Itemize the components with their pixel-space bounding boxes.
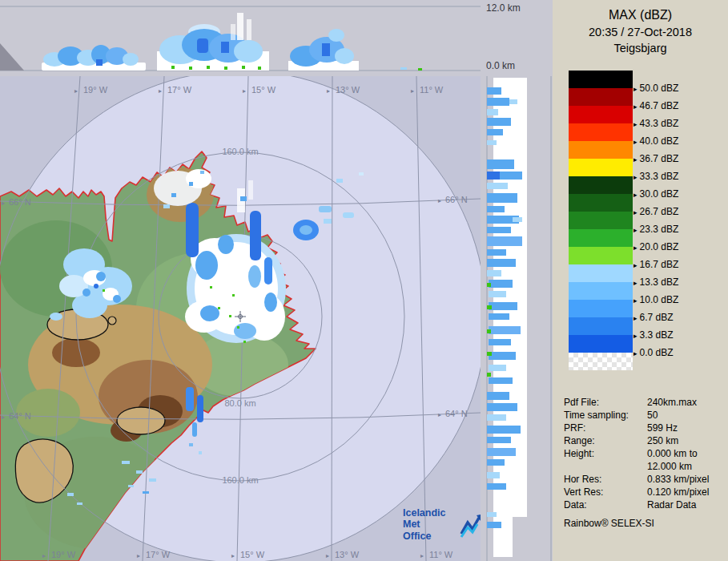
radar-map-canvas[interactable]: ▸ 19° W ▸ 17° W ▸ 15° W ▸ 13° W ▸ 11° W … <box>0 76 481 561</box>
legend-color-band <box>569 300 633 317</box>
info-value: 240km.max <box>647 396 697 409</box>
legend-tick-label: ▸0.0 dBZ <box>633 347 674 358</box>
tick-arrow-icon: ▸ <box>74 87 78 95</box>
legend-tick-label: ▸50.0 dBZ <box>633 83 678 94</box>
lon-label-bottom: 15° W <box>240 550 265 559</box>
legend-color-band <box>569 282 633 300</box>
tick-arrow-icon: ▸ <box>633 173 638 181</box>
product-title: MAX (dBZ) <box>553 6 728 24</box>
legend-color-band <box>569 212 633 229</box>
legend-tick-label: ▸23.3 dBZ <box>633 224 678 235</box>
legend-tick-label: ▸10.0 dBZ <box>633 294 678 305</box>
tick-arrow-icon: ▸ <box>137 552 140 559</box>
info-row: Time sampling:50 <box>564 409 728 422</box>
range-ring-label: 80.0 km <box>224 398 255 408</box>
tick-arrow-icon: ▸ <box>42 552 46 559</box>
info-value: 0.833 km/pixel <box>647 473 709 486</box>
legend-color-band <box>569 106 633 123</box>
lat-label-left: 64° N <box>9 411 31 421</box>
lat-label-right: 66° N <box>445 195 468 204</box>
legend-tick-label: ▸40.0 dBZ <box>633 135 678 147</box>
vertical-profile-north-south <box>481 76 553 561</box>
vertical-profile-east-west <box>0 0 481 76</box>
imo-logo-text: Icelandic Met Office <box>403 507 455 542</box>
top-profile-canvas <box>0 0 481 76</box>
info-label: Range: <box>564 434 647 447</box>
legend-tick-label: ▸46.7 dBZ <box>633 100 678 111</box>
legend-tick-label: ▸36.7 dBZ <box>633 153 678 164</box>
legend-tick-label: ▸6.7 dBZ <box>633 312 674 323</box>
tick-arrow-icon: ▸ <box>231 552 235 559</box>
datetime-label: 20:35 / 27-Oct-2018 <box>553 24 728 40</box>
legend-color-band <box>569 141 633 159</box>
info-label: Hor Res: <box>564 473 647 486</box>
imo-logo: Icelandic Met Office <box>403 507 481 542</box>
legend-color-band <box>569 71 633 88</box>
tick-arrow-icon: ▸ <box>438 411 441 418</box>
tick-arrow-icon: ▸ <box>633 279 638 287</box>
legend-color-band <box>569 247 633 264</box>
range-ring-label: 160.0 km <box>222 475 258 485</box>
scan-info-block: Pdf File:240km.maxTime sampling:50PRF:59… <box>564 396 728 511</box>
legend-tick-label: ▸43.3 dBZ <box>633 118 678 129</box>
info-row: Height:0.000 km to 12.000 km <box>564 447 728 473</box>
info-row: Hor Res:0.833 km/pixel <box>564 473 728 486</box>
range-ring-label: 160.0 km <box>222 147 258 156</box>
legend-tick-label: ▸16.7 dBZ <box>633 259 678 270</box>
legend-color-band <box>569 229 633 247</box>
lat-label-right: 64° N <box>445 409 468 418</box>
tick-arrow-icon: ▸ <box>633 103 638 111</box>
radar-map-view[interactable]: ▸ 19° W ▸ 17° W ▸ 15° W ▸ 13° W ▸ 11° W … <box>0 76 481 561</box>
info-panel: MAX (dBZ) 20:35 / 27-Oct-2018 Teigsbjarg… <box>553 0 728 561</box>
profile-axis-corner: 12.0 km 0.0 km <box>481 0 553 76</box>
tick-arrow-icon: ▸ <box>2 414 5 421</box>
legend-color-band <box>569 159 633 176</box>
legend-color-band <box>569 264 633 282</box>
tick-arrow-icon: ▸ <box>633 332 638 340</box>
info-row: Pdf File:240km.max <box>564 396 728 409</box>
legend-below-scale-band <box>569 353 633 370</box>
tick-arrow-icon: ▸ <box>420 552 424 559</box>
info-row: PRF:599 Hz <box>564 422 728 434</box>
profile-max-height-label: 12.0 km <box>486 2 521 14</box>
info-value: 250 km <box>647 434 678 447</box>
lon-label-bottom: 13° W <box>335 550 360 559</box>
legend-tick-label: ▸33.3 dBZ <box>633 171 678 182</box>
lon-label-top: 17° W <box>167 85 192 95</box>
legend-color-band <box>569 176 633 194</box>
tick-arrow-icon: ▸ <box>633 297 638 305</box>
legend-color-band <box>569 335 633 353</box>
info-label: Pdf File: <box>564 396 647 409</box>
info-row: Data:Radar Data <box>564 498 728 511</box>
tick-arrow-icon: ▸ <box>327 87 330 95</box>
software-brand: Rainbow® SELEX-SI <box>564 518 728 529</box>
tick-arrow-icon: ▸ <box>633 349 638 357</box>
tick-arrow-icon: ▸ <box>633 244 638 252</box>
info-value: 0.120 km/pixel <box>647 486 709 498</box>
profile-min-height-label: 0.0 km <box>486 60 515 71</box>
info-value: Radar Data <box>647 498 696 511</box>
legend-color-band <box>569 194 633 212</box>
tick-arrow-icon: ▸ <box>438 197 441 204</box>
tick-arrow-icon: ▸ <box>411 87 414 95</box>
legend-tick-label: ▸3.3 dBZ <box>633 329 674 341</box>
legend-color-band <box>569 317 633 335</box>
info-label: Time sampling: <box>564 409 647 422</box>
lon-label-top: 11° W <box>420 85 444 95</box>
lon-label-top: 19° W <box>83 85 108 95</box>
lon-label-bottom: 17° W <box>146 550 171 559</box>
legend-tick-label: ▸20.0 dBZ <box>633 241 678 252</box>
imo-logo-mark-icon <box>459 512 481 538</box>
tick-arrow-icon: ▸ <box>159 87 162 95</box>
lat-label-left: 66° N <box>9 197 31 207</box>
tick-arrow-icon: ▸ <box>633 208 638 216</box>
tick-arrow-icon: ▸ <box>243 87 246 95</box>
info-row: Range:250 km <box>564 434 728 447</box>
info-value: 0.000 km to 12.000 km <box>647 447 698 473</box>
tick-arrow-icon: ▸ <box>633 155 638 163</box>
radar-display-window: 12.0 km 0.0 km <box>0 0 728 561</box>
tick-arrow-icon: ▸ <box>633 226 638 234</box>
imo-logo-line2: Office <box>403 531 455 542</box>
tick-arrow-icon: ▸ <box>633 191 638 199</box>
right-profile-canvas <box>481 76 553 561</box>
